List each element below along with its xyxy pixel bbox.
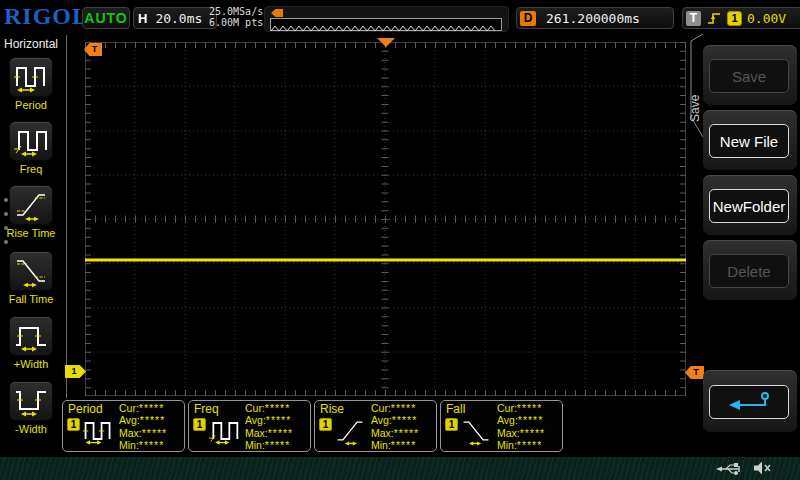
- channel-status-bar: 1 13.4 V 2 5.00 V: [0, 457, 800, 480]
- menu-button-label: Save: [709, 59, 789, 93]
- stat-value: *****: [140, 414, 165, 426]
- usb-icon: [714, 462, 742, 476]
- menu-tab-save: Save: [688, 78, 702, 138]
- sidebar-item-label: -Width: [0, 423, 62, 435]
- fall-time-icon: [13, 254, 49, 288]
- stat-value: *****: [520, 427, 545, 439]
- freq-icon: [13, 124, 49, 158]
- delay-label: D: [520, 11, 536, 26]
- menu-button-save[interactable]: Save: [703, 45, 797, 105]
- scroll-dot: [4, 240, 8, 244]
- measurement-name: Freq: [194, 402, 219, 416]
- stat-value: *****: [268, 427, 293, 439]
- channel-badge: 1: [193, 418, 206, 431]
- sidebar-item-label: Period: [0, 99, 62, 111]
- channel1-offset-marker[interactable]: 1: [65, 365, 86, 378]
- preview-window: [270, 18, 502, 31]
- trigger-label: T: [686, 11, 701, 26]
- sample-rate: 25.0MSa/s: [209, 6, 263, 17]
- horizontal-label: H: [138, 11, 147, 26]
- stat-label: Max:: [371, 427, 394, 439]
- scroll-dot: [4, 198, 8, 202]
- fall-time-icon: [460, 415, 492, 447]
- stat-label: Cur:: [245, 402, 265, 414]
- stat-label: Min:: [245, 439, 265, 451]
- menu-button-new-folder[interactable]: NewFolder: [703, 175, 797, 235]
- stat-value: *****: [518, 414, 543, 426]
- stat-value: *****: [265, 439, 290, 451]
- stat-value: *****: [139, 439, 164, 451]
- rigol-logo: RIGOL: [4, 3, 89, 30]
- stat-label: Max:: [245, 427, 268, 439]
- channel-badge: 1: [319, 418, 332, 431]
- stat-label: Cur:: [497, 402, 517, 414]
- preview-position-icon: [271, 9, 283, 17]
- rise-time-icon: [334, 415, 366, 447]
- stat-value: *****: [394, 427, 419, 439]
- sample-rate-indicator: 25.0MSa/s 6.00M pts: [209, 6, 263, 28]
- horizontal-scale-value: 20.0ms: [155, 11, 202, 26]
- menu-button-label: New File: [709, 124, 789, 158]
- sidebar-item-freq[interactable]: Freq: [0, 121, 62, 175]
- stat-label: Avg:: [497, 414, 518, 426]
- stat-value: *****: [392, 414, 417, 426]
- preview-waveform-icon: [271, 24, 499, 33]
- sidebar-item-period[interactable]: Period: [0, 57, 62, 111]
- stat-label: Min:: [497, 439, 517, 451]
- sidebar-item-fall-time[interactable]: Fall Time: [0, 251, 62, 305]
- freq-icon: [208, 415, 240, 447]
- stat-value: *****: [139, 402, 164, 414]
- stat-value: *****: [517, 402, 542, 414]
- trigger-time-icon[interactable]: [377, 38, 395, 47]
- stat-value: *****: [142, 427, 167, 439]
- period-icon: [13, 60, 49, 94]
- stat-label: Cur:: [371, 402, 391, 414]
- stat-value: *****: [517, 439, 542, 451]
- sidebar-item-minus-width[interactable]: -Width: [0, 381, 62, 435]
- rise-time-icon: [13, 188, 49, 222]
- menu-button-label: Delete: [709, 254, 789, 288]
- trigger-level-marker[interactable]: T: [685, 366, 704, 379]
- sidebar-item-label: Fall Time: [0, 293, 62, 305]
- channel-badge: 1: [67, 418, 80, 431]
- sidebar-item-rise-time[interactable]: Rise Time: [0, 185, 62, 239]
- sidebar-title: Horizontal: [4, 37, 58, 51]
- stat-value: *****: [391, 402, 416, 414]
- stat-label: Cur:: [119, 402, 139, 414]
- stat-value: *****: [391, 439, 416, 451]
- stat-label: Max:: [119, 427, 142, 439]
- stat-value: *****: [265, 402, 290, 414]
- waveform-preview: [264, 6, 509, 32]
- scroll-dot: [4, 212, 8, 216]
- scroll-dot: [4, 226, 8, 230]
- plus-width-icon: [13, 319, 49, 353]
- delay-value: 261.200000ms: [546, 11, 640, 26]
- sidebar-separator: [66, 35, 67, 398]
- sidebar-item-label: +Width: [0, 358, 62, 370]
- oscilloscope-screen: RIGOL AUTO H 20.0ms 25.0MSa/s 6.00M pts …: [0, 0, 800, 480]
- trigger-level-value: 0.00V: [747, 11, 786, 26]
- sidebar-item-label: Freq: [0, 163, 62, 175]
- speaker-muted-icon: [752, 460, 772, 476]
- memory-depth: 6.00M pts: [209, 17, 263, 28]
- measurement-box-period: Period 1 Cur:***** Avg:***** Max:***** M…: [62, 400, 185, 452]
- channel-badge: 1: [445, 418, 458, 431]
- stat-value: *****: [266, 414, 291, 426]
- trigger-indicator: T 1 0.00V: [682, 7, 800, 29]
- sidebar-item-plus-width[interactable]: +Width: [0, 316, 62, 370]
- measurement-box-fall: Fall 1 Cur:***** Avg:***** Max:***** Min…: [440, 400, 563, 452]
- minus-width-icon: [13, 384, 49, 418]
- trigger-channel-badge: 1: [727, 11, 742, 26]
- return-arrow-icon: [721, 390, 777, 414]
- stat-label: Avg:: [371, 414, 392, 426]
- acquisition-status-badge: AUTO: [82, 7, 130, 29]
- menu-button-new-file[interactable]: New File: [703, 110, 797, 170]
- graticule: [85, 42, 686, 396]
- menu-button-delete[interactable]: Delete: [703, 240, 797, 300]
- stat-label: Avg:: [119, 414, 140, 426]
- menu-button-back[interactable]: [703, 370, 797, 432]
- horizontal-scale-indicator: H 20.0ms: [133, 7, 217, 29]
- sidebar-item-label: Rise Time: [0, 227, 62, 239]
- trigger-slope-icon: [706, 11, 722, 26]
- stat-label: Min:: [371, 439, 391, 451]
